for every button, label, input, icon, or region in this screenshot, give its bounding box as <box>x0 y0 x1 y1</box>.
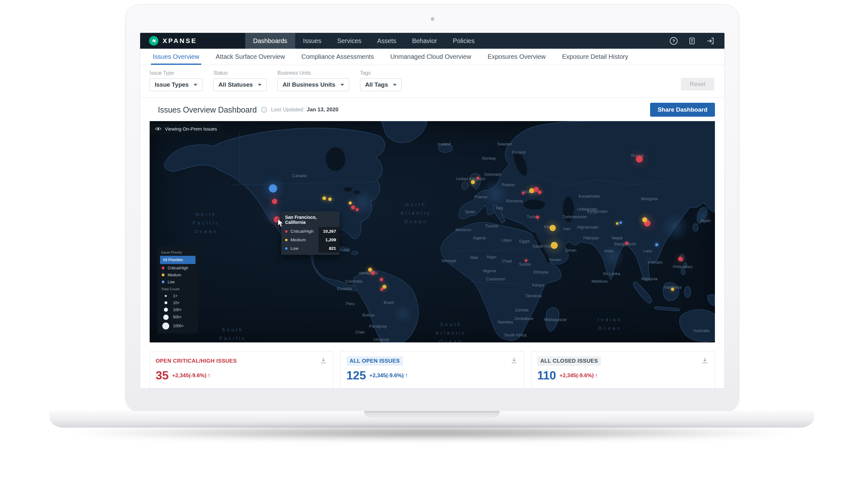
country-label-pakistan: Pakistan <box>583 235 599 240</box>
country-label-canada: Canada <box>292 173 307 178</box>
country-label-vietnam: Vietnam <box>648 260 662 264</box>
dropdown-value: Issue Types <box>155 81 189 88</box>
country-label-mongolia: Mongolia <box>641 196 658 201</box>
country-label-bolivia: Bolivia <box>362 312 374 317</box>
issue-marker-red[interactable] <box>380 278 383 281</box>
issue-marker-red[interactable] <box>351 205 355 210</box>
country-label-poland: Poland <box>502 182 514 187</box>
country-label-paraguay: Paraguay <box>369 324 387 328</box>
eye-icon <box>155 127 161 131</box>
dropdown-status[interactable]: All Statuses <box>213 78 267 91</box>
country-label-denmark: Denmark <box>484 172 501 177</box>
logout-icon[interactable] <box>705 36 715 46</box>
card-value: 125 <box>347 369 366 382</box>
viewing-onprem-badge[interactable]: Viewing On-Prem Issues <box>150 124 222 134</box>
help-icon[interactable]: ? <box>669 36 678 46</box>
issue-marker-yellow[interactable] <box>328 198 332 201</box>
issue-marker-red[interactable] <box>678 257 683 262</box>
issue-marker-yellow[interactable] <box>551 242 558 249</box>
top-navigation: XPANSE DashboardsIssuesServicesAssetsBeh… <box>140 33 724 49</box>
reset-button[interactable]: Reset <box>681 78 714 90</box>
issue-marker-red[interactable] <box>538 190 541 194</box>
issue-marker-yellow[interactable] <box>471 180 475 184</box>
country-label-malaysia: Malaysia <box>641 276 658 281</box>
legend-size-label: 10+ <box>173 301 179 305</box>
issue-marker-red[interactable] <box>522 192 525 194</box>
country-label-sri-lanka: Sri Lanka <box>603 271 620 276</box>
issue-marker-red[interactable] <box>272 199 277 204</box>
legend-size-label: 500+ <box>173 315 182 319</box>
issue-marker-yellow[interactable] <box>642 217 647 222</box>
summary-card-all-open-issues: ALL OPEN ISSUES125+2,345(-9.6%)↑400300 <box>340 351 524 389</box>
release-notes-icon[interactable] <box>687 36 697 46</box>
country-label-india: India <box>604 249 613 253</box>
map-tooltip: San Francisco, California Critical/High1… <box>281 212 339 255</box>
world-map[interactable]: NorthPacificOceanNorthAtlanticOceanSouth… <box>150 121 715 342</box>
legend-size-label: 100+ <box>173 308 182 312</box>
tab-compliance-assessments[interactable]: Compliance Assessments <box>293 49 382 65</box>
nav-item-dashboards[interactable]: Dashboards <box>245 33 295 49</box>
legend-priority-label: Critical/High <box>168 266 188 270</box>
card-value: 110 <box>537 369 556 382</box>
issue-marker-red[interactable] <box>371 271 375 275</box>
issue-marker-red[interactable] <box>355 208 359 211</box>
country-label-kenya: Kenya <box>532 283 544 287</box>
tooltip-row-value: 821 <box>318 244 339 253</box>
nav-item-behavior[interactable]: Behavior <box>404 33 445 49</box>
summary-card-open-critical-high-issues: OPEN CRITICAL/HIGH ISSUES35+2,345(-9.6%)… <box>150 351 334 389</box>
issue-marker-yellow[interactable] <box>616 222 618 225</box>
last-updated-value: Jan 13, 2020 <box>307 106 338 113</box>
nav-item-services[interactable]: Services <box>329 33 370 49</box>
issue-marker-red[interactable] <box>477 176 479 179</box>
legend-size-rows: 1+10+100+500+1000+ <box>160 292 196 331</box>
nav-item-assets[interactable]: Assets <box>369 33 404 49</box>
dropdown-tags[interactable]: All Tags <box>360 78 402 91</box>
legend-size-1000: 1000+ <box>160 321 196 331</box>
tab-exposures-overview[interactable]: Exposures Overview <box>479 49 554 65</box>
download-icon[interactable] <box>510 356 518 365</box>
issue-marker-blue[interactable] <box>269 184 277 192</box>
tooltip-row-low: Low821 <box>281 244 339 253</box>
download-icon[interactable] <box>701 356 709 365</box>
tab-attack-surface-overview[interactable]: Attack Surface Overview <box>208 49 293 65</box>
country-label-spain: Spain <box>465 209 475 214</box>
issue-marker-yellow[interactable] <box>671 288 674 291</box>
priority-dot-icon <box>285 247 288 250</box>
legend-priority-medium[interactable]: Medium <box>160 272 196 279</box>
country-label-nigeria: Nigeria <box>483 268 496 273</box>
download-icon[interactable] <box>319 356 327 365</box>
issue-marker-blue[interactable] <box>620 221 622 224</box>
issue-marker-yellow[interactable] <box>550 225 556 231</box>
filter-status: StatusAll Statuses <box>213 70 267 91</box>
chevron-down-icon <box>340 84 344 86</box>
issue-marker-yellow[interactable] <box>322 196 326 200</box>
issue-marker-red[interactable] <box>636 155 643 163</box>
share-dashboard-button[interactable]: Share Dashboard <box>650 103 715 117</box>
nav-item-policies[interactable]: Policies <box>445 33 483 49</box>
legend-priority-low[interactable]: Low <box>160 279 196 286</box>
dropdown-business-units[interactable]: All Business Units <box>277 78 349 91</box>
info-icon[interactable]: i <box>261 106 267 113</box>
dropdown-issue-type[interactable]: Issue Types <box>150 78 202 91</box>
issue-marker-red[interactable] <box>380 288 384 291</box>
issue-marker-red[interactable] <box>525 259 527 262</box>
issue-marker-red[interactable] <box>536 216 539 219</box>
issue-marker-blue[interactable] <box>655 243 658 246</box>
primary-nav: DashboardsIssuesServicesAssetsBehaviorPo… <box>245 33 483 49</box>
legend-all-priorities[interactable]: All Priorities <box>160 256 196 264</box>
priority-dot-icon <box>162 280 164 283</box>
issue-marker-yellow[interactable] <box>349 201 352 204</box>
issue-marker-red[interactable] <box>625 242 628 245</box>
nav-item-issues[interactable]: Issues <box>295 33 329 49</box>
legend-priority-title: Issue Priority <box>161 250 195 254</box>
tab-exposure-detail-history[interactable]: Exposure Detail History <box>554 49 637 65</box>
size-circle-icon <box>162 308 170 312</box>
country-label-kazakhstan: Kazakhstan <box>579 193 600 198</box>
country-label-sweden: Sweden <box>497 142 512 147</box>
country-label-finland: Finland <box>512 150 526 155</box>
tab-unmanaged-cloud-overview[interactable]: Unmanaged Cloud Overview <box>382 49 479 65</box>
tab-issues-overview[interactable]: Issues Overview <box>145 49 208 65</box>
country-label-madagascar: Madagascar <box>544 317 567 322</box>
legend-priority-critical-high[interactable]: Critical/High <box>160 265 196 272</box>
country-label-senegal: Senegal <box>441 258 456 263</box>
